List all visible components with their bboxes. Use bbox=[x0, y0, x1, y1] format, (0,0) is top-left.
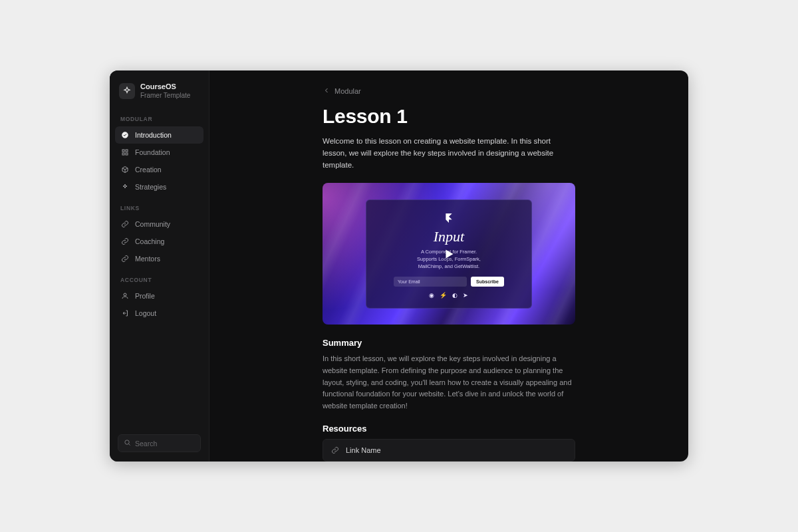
sidebar-item-foundation[interactable]: Foundation bbox=[115, 144, 203, 161]
framer-icon bbox=[377, 213, 521, 224]
play-button[interactable] bbox=[438, 243, 460, 265]
globe-icon: ◐ bbox=[452, 292, 458, 299]
link-icon bbox=[120, 254, 130, 263]
search-icon bbox=[124, 439, 131, 448]
link-icon bbox=[120, 237, 130, 246]
svg-point-5 bbox=[124, 293, 126, 296]
svg-rect-1 bbox=[122, 150, 124, 152]
breadcrumb[interactable]: Modular bbox=[323, 86, 361, 102]
brand-subtitle: Framer Template bbox=[140, 92, 190, 100]
sidebar-item-introduction[interactable]: Introduction bbox=[115, 126, 203, 144]
brand-logo-icon bbox=[119, 83, 135, 99]
sidebar-item-profile[interactable]: Profile bbox=[115, 287, 203, 305]
arrow-left-icon bbox=[323, 86, 331, 96]
brand[interactable]: CourseOS Framer Template bbox=[115, 80, 203, 106]
video-form-row: Your Email Subscribe bbox=[377, 277, 521, 287]
resource-list: Link Name Link Name bbox=[323, 439, 575, 462]
resource-link[interactable]: Link Name bbox=[323, 439, 575, 462]
search-input[interactable] bbox=[135, 440, 195, 448]
sidebar-item-label: Creation bbox=[135, 166, 162, 174]
sidebar-item-creation[interactable]: Creation bbox=[115, 161, 203, 178]
circle-icon: ◉ bbox=[429, 292, 434, 299]
page-intro: Welcome to this lesson on creating a web… bbox=[323, 136, 575, 183]
breadcrumb-label: Modular bbox=[334, 87, 361, 95]
link-icon bbox=[331, 446, 339, 454]
bolt-icon: ⚡ bbox=[440, 292, 447, 299]
brand-title: CourseOS bbox=[140, 82, 190, 92]
sidebar-item-strategies[interactable]: Strategies bbox=[115, 178, 203, 196]
resource-label: Link Name bbox=[346, 446, 381, 454]
sidebar-item-label: Mentors bbox=[135, 255, 160, 263]
cube-icon bbox=[120, 165, 130, 174]
search-box[interactable] bbox=[118, 434, 201, 452]
grid-icon bbox=[120, 148, 130, 157]
sidebar-item-label: Profile bbox=[135, 293, 155, 300]
svg-rect-2 bbox=[126, 150, 128, 152]
sidebar-item-label: Community bbox=[135, 221, 170, 228]
resources-heading: Resources bbox=[323, 424, 575, 439]
video-email-field: Your Email bbox=[394, 277, 467, 287]
video-card-title: Input bbox=[377, 228, 521, 245]
section-label-links: LINKS bbox=[115, 196, 203, 215]
svg-point-6 bbox=[125, 440, 129, 444]
svg-rect-3 bbox=[122, 153, 124, 155]
sidebar: CourseOS Framer Template MODULAR Introdu… bbox=[110, 70, 209, 462]
brand-text: CourseOS Framer Template bbox=[140, 82, 190, 100]
section-label-modular: MODULAR bbox=[115, 106, 203, 126]
main-content: Modular Lesson 1 Welcome to this lesson … bbox=[209, 70, 688, 462]
summary-heading: Summary bbox=[323, 338, 575, 353]
sparkle-icon bbox=[120, 182, 130, 192]
svg-rect-4 bbox=[126, 153, 128, 155]
sidebar-item-coaching[interactable]: Coaching bbox=[115, 233, 203, 250]
sidebar-item-label: Foundation bbox=[135, 149, 170, 156]
check-circle-icon bbox=[120, 130, 130, 140]
sidebar-item-label: Strategies bbox=[135, 184, 166, 191]
page-title: Lesson 1 bbox=[323, 102, 575, 136]
logout-icon bbox=[120, 309, 130, 318]
send-icon: ➤ bbox=[463, 292, 468, 299]
sidebar-item-mentors[interactable]: Mentors bbox=[115, 250, 203, 267]
section-label-account: ACCOUNT bbox=[115, 267, 203, 287]
sidebar-item-community[interactable]: Community bbox=[115, 215, 203, 233]
link-icon bbox=[120, 219, 130, 229]
video-icon-row: ◉ ⚡ ◐ ➤ bbox=[377, 292, 521, 299]
user-icon bbox=[120, 291, 130, 301]
video-player[interactable]: Input A Component for Framer. Supports L… bbox=[323, 183, 575, 325]
sidebar-item-label: Logout bbox=[135, 310, 156, 317]
sidebar-item-label: Introduction bbox=[135, 132, 172, 139]
summary-body: In this short lesson, we will explore th… bbox=[323, 353, 575, 424]
sidebar-item-label: Coaching bbox=[135, 238, 164, 245]
video-subscribe-button: Subscribe bbox=[471, 277, 504, 287]
app-window: CourseOS Framer Template MODULAR Introdu… bbox=[110, 70, 688, 462]
sidebar-item-logout[interactable]: Logout bbox=[115, 305, 203, 322]
